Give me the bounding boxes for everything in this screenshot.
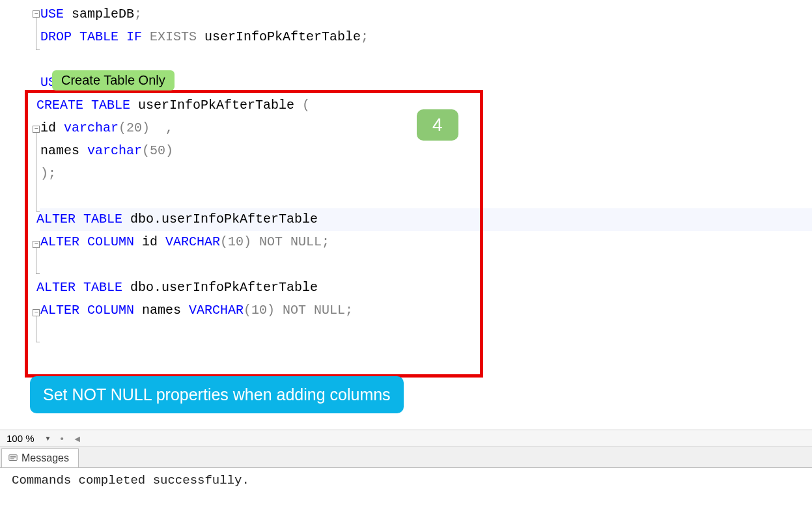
keyword: ALTER (36, 212, 76, 227)
keyword-gray: NOT NULL (275, 303, 345, 318)
punct: ( (302, 98, 310, 113)
keyword: CREATE (36, 98, 83, 113)
results-tabs: Messages (0, 447, 812, 468)
type: VARCHAR (189, 303, 244, 318)
keyword-gray: NOT NULL (251, 234, 322, 249)
punct: (50) (142, 143, 173, 158)
keyword: TABLE (83, 98, 130, 113)
code-line[interactable]: ALTER COLUMN names VARCHAR(10) NOT NULL; (36, 299, 812, 322)
punct: ; (345, 303, 353, 318)
code-line[interactable]: ALTER TABLE dbo.userInfoPkAfterTable (33, 276, 812, 299)
keyword: COLUMN (79, 234, 134, 249)
code-editor[interactable]: − − − − USE sampleDB; DROP TABLE IF EXIS… (0, 0, 812, 430)
code-content[interactable]: USE sampleDB; DROP TABLE IF EXISTS userI… (36, 0, 812, 430)
code-line[interactable] (36, 253, 812, 276)
punct: ; (361, 29, 369, 44)
identifier: id (40, 120, 64, 135)
punct: , (150, 120, 173, 135)
code-line[interactable]: ALTER COLUMN id VARCHAR(10) NOT NULL; (36, 230, 812, 253)
punct: (10) (244, 303, 275, 318)
keyword: TABLE (76, 212, 122, 227)
keyword: IF (119, 29, 142, 44)
editor-window: Create Table Only 4 Set NOT NULL propert… (0, 0, 812, 509)
code-line[interactable]: ); (36, 162, 812, 185)
type: varchar (87, 143, 142, 158)
tab-messages-label: Messages (21, 452, 69, 464)
identifier: dbo.userInfoPkAfterTable (122, 280, 318, 295)
identifier: sampleDB (64, 7, 134, 21)
annotation-null-label: Set NOT NULL properties when adding colu… (30, 376, 404, 413)
code-line[interactable]: ALTER TABLE dbo.userInfoPkAfterTable (33, 208, 812, 230)
code-line[interactable]: names varchar(50) (36, 139, 812, 162)
identifier: names (134, 303, 189, 318)
keyword-gray: EXISTS (142, 29, 197, 44)
keyword: ALTER (40, 303, 79, 318)
identifier: dbo.userInfoPkAfterTable (122, 212, 318, 227)
keyword: ALTER (40, 234, 79, 249)
keyword: USE (40, 7, 64, 21)
messages-icon (8, 454, 18, 463)
punct: (10) (220, 234, 251, 249)
keyword: COLUMN (79, 303, 134, 318)
identifier: userInfoPkAfterTable (197, 29, 361, 44)
identifier: names (40, 143, 87, 158)
code-line[interactable] (36, 185, 812, 208)
zoom-level[interactable]: 100 % (3, 432, 38, 445)
zoom-bar: 100 % ▼ • ◄ (0, 430, 812, 447)
annotation-step-badge: 4 (417, 109, 458, 141)
tab-messages[interactable]: Messages (1, 448, 79, 467)
type: varchar (64, 120, 119, 135)
punct: (20) (119, 120, 150, 135)
horizontal-scrollbar[interactable]: ◄ (70, 433, 809, 444)
keyword: ALTER (36, 280, 76, 295)
code-line[interactable] (36, 48, 812, 71)
punct: ) (40, 166, 48, 181)
punct: ; (322, 234, 329, 249)
zoom-dropdown-icon[interactable]: ▼ (42, 435, 54, 442)
keyword: TABLE (76, 280, 122, 295)
punct: ; (48, 166, 56, 181)
identifier: userInfoPkAfterTable (130, 98, 302, 113)
type: VARCHAR (165, 234, 220, 249)
keyword: TABLE (72, 29, 119, 44)
identifier: id (134, 234, 165, 249)
code-line[interactable]: DROP TABLE IF EXISTS userInfoPkAfterTabl… (36, 25, 812, 48)
zoom-separator: • (57, 433, 66, 444)
code-line[interactable]: USE sampleDB; (36, 3, 812, 25)
punct: ; (134, 7, 142, 21)
messages-panel[interactable]: Commands completed successfully. (0, 468, 812, 493)
keyword: DROP (40, 29, 72, 44)
messages-text: Commands completed successfully. (12, 473, 249, 488)
fold-gutter: − − − − (0, 0, 36, 430)
scroll-left-icon[interactable]: ◄ (70, 433, 85, 444)
annotation-create-table-label: Create Table Only (52, 70, 175, 90)
